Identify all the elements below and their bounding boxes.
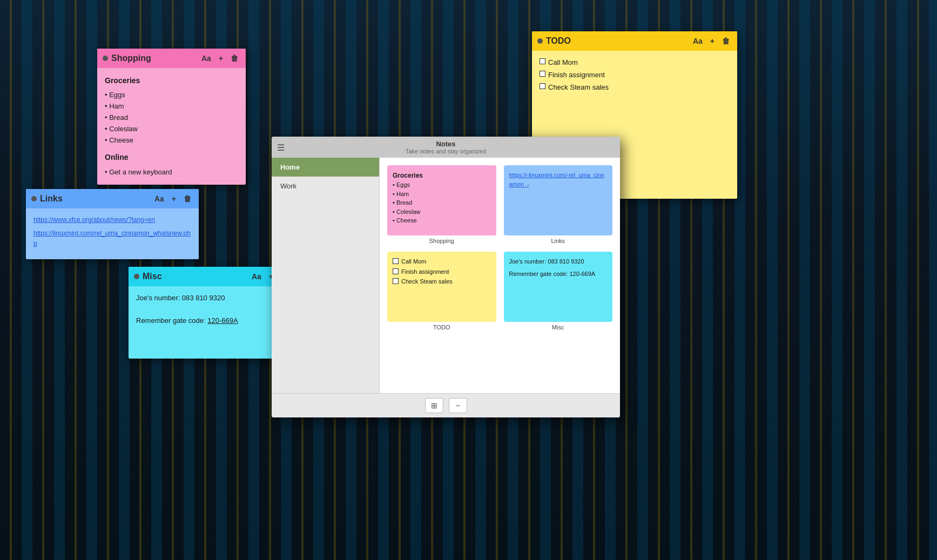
mini-grocery-bread: Bread [393, 198, 491, 207]
mini-misc-gate: Remember gate code: 120-669A [509, 269, 608, 279]
grocery-item-cheese: Cheese [105, 135, 238, 146]
shopping-note: Shopping Aa + 🗑 Groceries Eggs Ham Bread… [97, 49, 246, 185]
mini-note-shopping-wrapper: Groceries Eggs Ham Bread Coleslaw Cheese… [387, 165, 496, 244]
mini-grocery-cheese: Cheese [393, 216, 491, 225]
mini-note-misc-label: Misc [504, 324, 613, 330]
mini-note-misc-wrapper: Joe's number: 083 810 9320 Remember gate… [504, 252, 613, 330]
mini-note-todo-wrapper: Call Mom Finish assignment Check Steam s… [387, 252, 496, 330]
misc-note: Misc Aa + 🗑 Joe's number: 083 810 9320 R… [129, 267, 296, 359]
todo-note-title: TODO [546, 36, 687, 46]
mini-note-shopping-label: Shopping [387, 238, 496, 244]
mini-todo-call-mom: Call Mom [393, 257, 491, 266]
app-content: Home Work Groceries Eggs Ham Bread Coles… [272, 158, 620, 393]
misc-note-header: Misc Aa + 🗑 [129, 267, 296, 286]
gate-code: 120-669A [207, 316, 238, 325]
todo-checkbox-check-steam[interactable] [540, 83, 545, 89]
mini-link[interactable]: https://-linuxmint.com/-rel_uma_cinnamon… [509, 171, 608, 188]
mini-todo-label-call-mom: Call Mom [401, 257, 426, 266]
links-note-title: Links [40, 194, 149, 204]
misc-font-button[interactable]: Aa [250, 271, 264, 282]
links-delete-button[interactable]: 🗑 [181, 193, 193, 204]
links-font-button[interactable]: Aa [152, 193, 166, 204]
sidebar-item-work[interactable]: Work [272, 177, 379, 195]
todo-checkbox-call-mom[interactable] [540, 58, 545, 64]
mini-todo-label-finish: Finish assignment [401, 267, 449, 276]
shopping-font-button[interactable]: Aa [199, 53, 213, 64]
grocery-item-eggs: Eggs [105, 90, 238, 101]
todo-checkbox-finish-assignment[interactable] [540, 71, 545, 77]
todo-item-check-steam: Check Steam sales [540, 82, 730, 93]
mini-note-links-label: Links [504, 238, 613, 244]
mini-todo-steam: Check Steam sales [393, 277, 491, 286]
links-dot-icon [31, 196, 37, 201]
mini-note-shopping[interactable]: Groceries Eggs Ham Bread Coleslaw Cheese [387, 165, 496, 235]
sidebar-item-home[interactable]: Home [272, 158, 379, 177]
app-sidebar: Home Work [272, 158, 380, 393]
misc-note-body: Joe's number: 083 810 9320 Remember gate… [129, 286, 296, 359]
online-item-keyboard: Get a new keyboard [105, 167, 238, 178]
mini-note-links-wrapper: https://-linuxmint.com/-rel_uma_cinnamon… [504, 165, 613, 244]
add-note-button[interactable]: ⊞ [425, 398, 443, 413]
mini-note-todo-label: TODO [387, 324, 496, 330]
app-notes-grid: Groceries Eggs Ham Bread Coleslaw Cheese… [380, 158, 620, 393]
grocery-item-ham: Ham [105, 101, 238, 112]
mini-todo-finish: Finish assignment [393, 267, 491, 276]
todo-label-finish-assignment: Finish assignment [548, 70, 605, 81]
shopping-note-title: Shopping [111, 53, 196, 63]
shopping-delete-button[interactable]: 🗑 [228, 53, 240, 64]
menu-icon[interactable]: ☰ [277, 142, 285, 152]
mini-note-links[interactable]: https://-linuxmint.com/-rel_uma_cinnamon… [504, 165, 613, 235]
misc-note-title: Misc [143, 272, 246, 281]
app-title: Notes [436, 140, 455, 148]
mini-grocery-ham: Ham [393, 190, 491, 199]
mini-checkbox-finish[interactable] [393, 268, 399, 274]
grocery-item-coleslaw: Coleslaw [105, 124, 238, 135]
links-note: Links Aa + 🗑 https://www.xfce.org/about/… [26, 189, 199, 259]
mini-note-todo[interactable]: Call Mom Finish assignment Check Steam s… [387, 252, 496, 322]
mini-note-misc[interactable]: Joe's number: 083 810 9320 Remember gate… [504, 252, 613, 322]
todo-label-check-steam: Check Steam sales [548, 82, 609, 93]
todo-label-call-mom: Call Mom [548, 57, 578, 69]
todo-delete-button[interactable]: 🗑 [720, 36, 732, 46]
shopping-note-body: Groceries Eggs Ham Bread Coleslaw Cheese… [97, 68, 246, 185]
mini-grocery-eggs: Eggs [393, 180, 491, 190]
links-note-body: https://www.xfce.org/about/news/?lang=en… [26, 208, 199, 259]
mini-checkbox-call-mom[interactable] [393, 258, 399, 264]
todo-item-call-mom: Call Mom [540, 57, 730, 69]
todo-note-header: TODO Aa + 🗑 [532, 31, 737, 51]
links-note-header: Links Aa + 🗑 [26, 189, 199, 208]
misc-gate: Remember gate code: 120-669A [136, 315, 288, 327]
mini-checkbox-steam[interactable] [393, 278, 399, 284]
todo-add-button[interactable]: + [708, 36, 717, 46]
remove-note-button[interactable]: − [449, 398, 467, 413]
todo-dot-icon [537, 38, 543, 44]
link-linuxmint[interactable]: https://linuxmint.com/rel_uma_cinnamon_w… [33, 228, 191, 249]
links-add-button[interactable]: + [170, 193, 178, 204]
shopping-dot-icon [103, 56, 108, 61]
mini-shopping-heading: Groceries [393, 171, 491, 180]
mini-misc-phone: Joe's number: 083 810 9320 [509, 257, 608, 266]
grocery-item-bread: Bread [105, 112, 238, 124]
groceries-heading: Groceries [105, 75, 238, 86]
app-footer: ⊞ − [272, 393, 620, 417]
mini-grocery-coleslaw: Coleslaw [393, 207, 491, 217]
misc-dot-icon [134, 274, 139, 279]
app-subtitle: Take notes and stay organized [406, 148, 486, 154]
link-xfce[interactable]: https://www.xfce.org/about/news/?lang=en [33, 215, 191, 225]
shopping-note-header: Shopping Aa + 🗑 [97, 49, 246, 68]
notes-app-window: ☰ Notes Take notes and stay organized Ho… [272, 137, 620, 417]
todo-item-finish-assignment: Finish assignment [540, 70, 730, 81]
mini-todo-label-steam: Check Steam sales [401, 277, 453, 286]
online-heading: Online [105, 151, 238, 163]
shopping-add-button[interactable]: + [217, 53, 225, 64]
app-titlebar: ☰ Notes Take notes and stay organized [272, 137, 620, 158]
todo-font-button[interactable]: Aa [691, 36, 705, 46]
misc-phone: Joe's number: 083 810 9320 [136, 293, 288, 304]
